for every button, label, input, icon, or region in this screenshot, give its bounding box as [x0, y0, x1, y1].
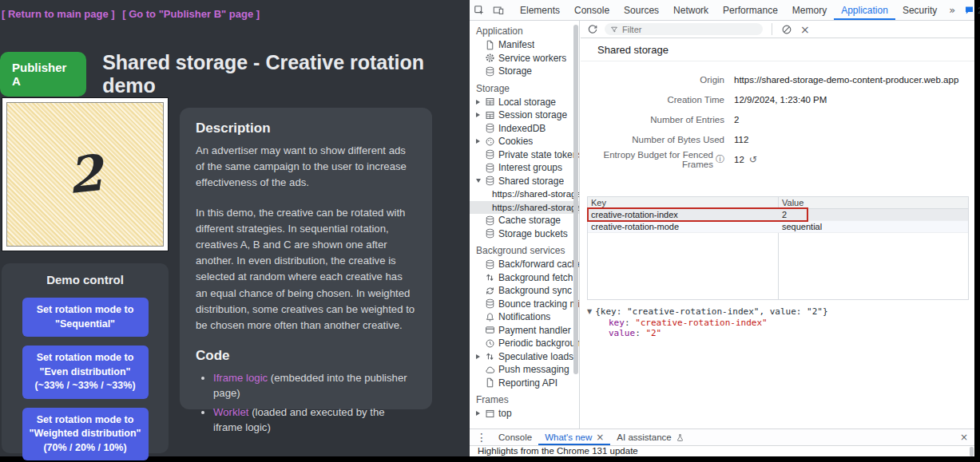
devtools-drawer: Console What's new AI assistance	[470, 428, 974, 445]
tab-memory[interactable]: Memory	[785, 0, 834, 20]
drawer-tab-console[interactable]: Console	[492, 429, 538, 445]
device-toolbar-icon[interactable]	[489, 5, 508, 16]
sidebar-item-storage[interactable]: Storage	[470, 65, 579, 78]
entry-preview-pane: {key: "creative-rotation-index", value: …	[587, 306, 969, 339]
expander-down-icon[interactable]	[587, 306, 592, 318]
chevron-right-icon[interactable]	[474, 100, 482, 105]
flask-icon	[676, 433, 684, 442]
sidebar-item-shared-storage-origin-2[interactable]: https://shared-storage...	[470, 201, 579, 215]
delete-selected-icon[interactable]	[799, 23, 811, 36]
sidebar-section-background-services: Background services	[470, 244, 579, 258]
metadata-row-creation-time: Creation Time 12/9/2024, 1:23:40 PM	[587, 89, 974, 109]
sidebar-item-reporting-api[interactable]: Reporting API	[470, 377, 579, 390]
sidebar-item-private-state-tokens[interactable]: Private state tokens	[470, 148, 579, 162]
sidebar-scrollbar[interactable]	[573, 25, 578, 374]
close-whats-new-icon[interactable]	[596, 432, 604, 443]
whats-new-headline: Highlights from the Chrome 131 update	[478, 446, 638, 456]
table-icon	[485, 97, 495, 107]
sidebar-item-top-frame[interactable]: top	[470, 407, 579, 421]
tab-console[interactable]: Console	[567, 0, 617, 20]
filter-input[interactable]	[622, 25, 757, 34]
clear-all-icon[interactable]	[781, 24, 792, 35]
column-header-key[interactable]: Key	[588, 197, 778, 208]
column-header-value[interactable]: Value	[778, 197, 968, 208]
chevron-right-icon[interactable]	[474, 113, 482, 117]
table-row-creative-rotation-index[interactable]: creative-rotation-index 2	[588, 209, 968, 221]
shared-storage-panel: Shared storage Origin https://shared-sto…	[581, 21, 974, 428]
tab-performance[interactable]: Performance	[716, 0, 785, 20]
sidebar-item-indexeddb[interactable]: IndexedDB	[470, 122, 579, 136]
tab-application[interactable]: Application	[834, 0, 895, 20]
return-to-main-link[interactable]: [ Return to main page ]	[2, 8, 115, 20]
database-icon	[485, 176, 495, 186]
metadata-label: Number of Entries	[587, 115, 724, 124]
cell-value: 2	[778, 209, 968, 220]
set-weighted-distribution-button[interactable]: Set rotation mode to "Weighted distribut…	[22, 408, 149, 461]
sidebar-item-shared-storage[interactable]: Shared storage	[470, 175, 579, 188]
sidebar-item-push-messaging[interactable]: Push messaging	[470, 363, 579, 377]
page-nav: [ Return to main page ] [ Go to "Publish…	[2, 8, 264, 20]
sidebar-item-interest-groups[interactable]: Interest groups	[470, 161, 579, 175]
metadata-value: 2	[734, 115, 739, 124]
devtools-tabbar: Elements Console Sources Network Perform…	[470, 0, 974, 21]
iframe-logic-link[interactable]: Iframe logic	[213, 372, 268, 384]
chevron-right-icon[interactable]	[474, 139, 482, 144]
metadata-label: Entropy Budget for Fenced Frames	[587, 150, 713, 169]
set-sequential-button[interactable]: Set rotation mode to "Sequential"	[22, 298, 149, 337]
more-tabs-icon[interactable]: »	[944, 4, 960, 16]
database-icon	[485, 66, 495, 77]
sidebar-item-session-storage[interactable]: Session storage	[470, 109, 579, 122]
chevron-right-icon[interactable]	[474, 354, 482, 359]
issues-counter[interactable]: 2	[960, 5, 980, 15]
sidebar-item-manifest[interactable]: Manifest	[470, 38, 579, 52]
tab-sources[interactable]: Sources	[617, 0, 666, 20]
database-icon	[485, 228, 495, 239]
cloud-icon	[485, 365, 495, 375]
preview-summary-line[interactable]: {key: "creative-rotation-index", value: …	[587, 306, 969, 318]
sidebar-item-service-workers[interactable]: Service workers	[470, 52, 579, 65]
drawer-close-icon[interactable]	[960, 432, 968, 443]
clock-icon	[485, 338, 495, 349]
worklet-link[interactable]: Worklet	[213, 406, 248, 418]
preview-property: value: "2"	[587, 328, 969, 339]
sidebar-item-background-sync[interactable]: Background sync	[470, 284, 579, 298]
chevron-right-icon[interactable]	[474, 411, 482, 416]
sidebar-item-periodic-background-sync[interactable]: Periodic backgroun...	[470, 337, 579, 350]
payment-card-icon	[485, 325, 495, 335]
table-row-creative-rotation-mode[interactable]: creative-rotation-mode sequential	[588, 221, 968, 233]
sidebar-item-bounce-tracking[interactable]: Bounce tracking miti...	[470, 298, 579, 311]
sidebar-item-notifications[interactable]: Notifications	[470, 310, 579, 324]
description-heading: Description	[196, 120, 416, 136]
drawer-menu-icon[interactable]	[471, 431, 492, 444]
info-icon[interactable]	[716, 153, 724, 165]
publisher-page: [ Return to main page ] [ Go to "Publish…	[0, 0, 470, 456]
filter-pill[interactable]	[605, 23, 763, 35]
sidebar-section-frames: Frames	[470, 393, 579, 407]
database-icon	[485, 163, 495, 173]
tab-network[interactable]: Network	[666, 0, 716, 20]
refresh-icon[interactable]	[587, 24, 598, 35]
sidebar-item-shared-storage-origin-1[interactable]: https://shared-storage...	[470, 188, 579, 201]
tab-security[interactable]: Security	[895, 0, 944, 20]
reset-budget-icon[interactable]	[749, 154, 757, 165]
sidebar-item-storage-buckets[interactable]: Storage buckets	[470, 227, 579, 241]
sidebar-item-local-storage[interactable]: Local storage	[470, 96, 579, 109]
sidebar-item-speculative-loads[interactable]: Speculative loads	[470, 350, 579, 364]
creative-frame: 2	[2, 97, 169, 251]
publisher-b-link[interactable]: [ Go to "Publisher B" page ]	[122, 8, 260, 20]
tab-elements[interactable]: Elements	[513, 0, 567, 20]
sidebar-item-cache-storage[interactable]: Cache storage	[470, 214, 579, 227]
inspect-element-icon[interactable]	[470, 5, 489, 16]
sidebar-item-cookies[interactable]: Cookies	[470, 135, 579, 148]
chevron-down-icon[interactable]	[474, 179, 482, 183]
drawer-tab-ai-assistance[interactable]: AI assistance	[610, 429, 690, 445]
status-scrollbar[interactable]	[970, 447, 974, 456]
drawer-tab-whats-new[interactable]: What's new	[538, 429, 610, 445]
sidebar-item-back-forward-cache[interactable]: Back/forward cache	[470, 258, 579, 271]
sidebar-item-payment-handler[interactable]: Payment handler	[470, 324, 579, 338]
metadata-value: 12	[734, 155, 744, 164]
set-even-distribution-button[interactable]: Set rotation mode to "Even distribution"…	[22, 346, 149, 399]
toolbar-divider	[772, 23, 772, 35]
panel-toolbar	[581, 21, 974, 38]
sidebar-item-background-fetch[interactable]: Background fetch	[470, 271, 579, 285]
